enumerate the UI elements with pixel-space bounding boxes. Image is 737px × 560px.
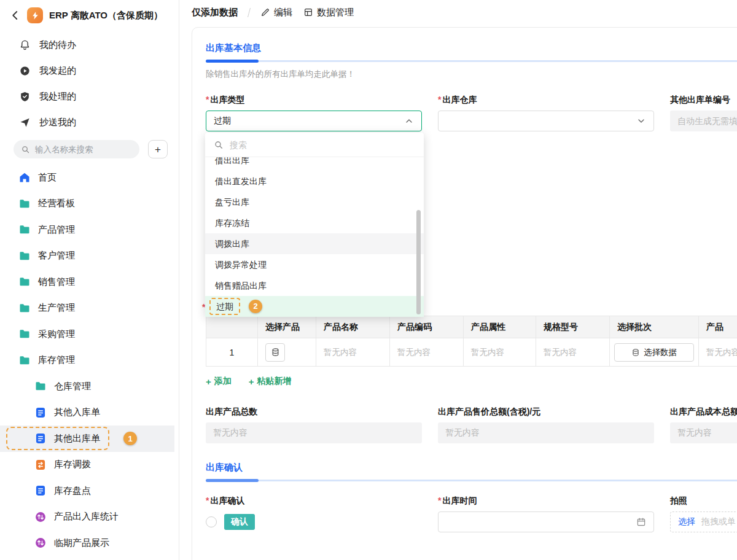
play-circle-icon — [18, 64, 31, 77]
stats-circle-icon — [34, 511, 47, 523]
select-product-button[interactable] — [265, 343, 285, 362]
quick-item-label: 抄送我的 — [39, 117, 76, 128]
sidebar-item-product-mgmt[interactable]: 产品管理 — [0, 217, 179, 243]
add-row-label: 添加 — [214, 376, 232, 387]
app-title: ERP 离散ATO（含保质期） — [49, 10, 163, 21]
dropdown-option[interactable]: 调拨出库 — [205, 233, 424, 254]
dropdown-option[interactable]: 盘亏出库 — [205, 192, 424, 212]
outbound-type-select[interactable]: 过期 借出出库 — [206, 111, 422, 131]
outbound-time-field: *出库时间 — [438, 496, 654, 532]
total-amount-field: 出库产品售价总额(含税)/元 暂无内容 — [438, 406, 654, 443]
sidebar-item-label: 客户管理 — [38, 250, 75, 262]
step-badge-1: 1 — [123, 432, 137, 445]
confirm-fields-row: *出库确认 确认 *出库时间 拍照 — [206, 496, 737, 532]
plus-icon: + — [155, 144, 161, 155]
quick-item-initiated[interactable]: 我发起的 — [0, 58, 179, 84]
sidebar-item-label: 产品出入库统计 — [54, 511, 119, 523]
quick-item-todo[interactable]: 我的待办 — [0, 32, 179, 58]
sidebar-item-production-mgmt[interactable]: 生产管理 — [0, 295, 179, 322]
order-no-label: 其他出库单编号 — [670, 95, 737, 106]
sidebar-item-label: 产品管理 — [38, 224, 75, 236]
warehouse-select[interactable] — [438, 111, 654, 131]
mode-label: 仅添加数据 — [192, 7, 238, 18]
sidebar-item-customer-mgmt[interactable]: 客户管理 — [0, 243, 179, 270]
quick-item-cc[interactable]: 抄送我的 — [0, 109, 179, 135]
scrollbar-thumb[interactable] — [416, 210, 421, 314]
sidebar-item-label: 销售管理 — [38, 276, 75, 288]
search-icon — [214, 140, 224, 150]
select-batch-button[interactable]: 选择数据 — [614, 343, 694, 362]
edit-button[interactable]: 编辑 — [260, 7, 292, 18]
section-note: 除销售出库外的所有出库单均走此单据！ — [206, 69, 737, 80]
dropdown-option[interactable]: 销售赠品出库 — [205, 275, 424, 296]
confirm-field: *出库确认 确认 — [206, 496, 422, 532]
document-icon — [34, 406, 47, 419]
grid-icon — [303, 7, 313, 17]
sidebar: ERP 离散ATO（含保质期） 我的待办 我发起的 我处理的 — [0, 0, 179, 560]
photo-upload[interactable]: 选择 拖拽或单 — [670, 511, 737, 532]
warehouse-label: 出库仓库 — [442, 95, 477, 104]
back-chevron-icon[interactable] — [10, 10, 21, 21]
app-logo-icon — [27, 7, 43, 23]
dropdown-option[interactable]: 借出出库 — [205, 157, 424, 171]
data-manage-button[interactable]: 数据管理 — [303, 7, 354, 18]
sidebar-item-purchase-mgmt[interactable]: 采购管理 — [0, 321, 179, 348]
sidebar-item-inout-stats[interactable]: 产品出入库统计 — [0, 504, 179, 531]
outbound-time-label: 出库时间 — [442, 496, 477, 505]
divider — [248, 8, 251, 17]
sidebar-item-home[interactable]: 首页 — [0, 165, 179, 191]
col-header: 选择产品 — [258, 316, 316, 338]
sidebar-item-inventory-transfer[interactable]: 库存调拨 — [0, 452, 179, 478]
dropdown-search[interactable] — [205, 133, 424, 157]
sidebar-search[interactable] — [14, 140, 139, 158]
sidebar-item-label: 临期产品展示 — [54, 537, 109, 549]
sidebar-item-warehouse-mgmt[interactable]: 仓库管理 — [0, 373, 179, 400]
sidebar-item-label: 经营看板 — [38, 198, 75, 209]
sidebar-item-near-expiry[interactable]: 临期产品展示 — [0, 530, 179, 556]
outbound-time-input[interactable] — [438, 511, 654, 532]
required-asterisk: * — [206, 496, 209, 505]
sidebar-item-other-inbound[interactable]: 其他入库单 — [0, 400, 179, 426]
dropdown-option[interactable]: 库存冻结 — [205, 212, 424, 233]
required-asterisk: * — [438, 496, 441, 505]
tutorial-highlight-box: 过期 — [209, 298, 240, 315]
sidebar-item-inventory-mgmt[interactable]: 库存管理 — [0, 348, 179, 374]
col-header: 规格型号 — [536, 316, 610, 338]
dropdown-option[interactable]: 调拨异常处理 — [205, 254, 424, 275]
sidebar-search-input[interactable] — [35, 145, 132, 154]
quick-item-processed[interactable]: 我处理的 — [0, 84, 179, 109]
sidebar-item-dashboard[interactable]: 经营看板 — [0, 191, 179, 217]
home-icon — [18, 171, 31, 184]
sidebar-item-sales-mgmt[interactable]: 销售管理 — [0, 269, 179, 295]
database-icon — [631, 348, 640, 357]
sidebar-search-row: + — [14, 140, 168, 158]
sidebar-header: ERP 离散ATO（含保质期） — [0, 0, 179, 28]
folder-icon — [18, 276, 31, 288]
dropdown-option-selected[interactable]: 过期 2 — [205, 296, 424, 317]
photo-label: 拍照 — [670, 496, 737, 507]
sidebar-item-other-outbound[interactable]: 其他出库单 1 — [0, 426, 174, 452]
confirm-radio[interactable] — [206, 516, 217, 527]
cell-product-name: 暂无内容 — [316, 338, 390, 367]
sidebar-item-label: 生产管理 — [38, 302, 75, 314]
cell-product-extra: 暂无内容 — [699, 338, 737, 367]
section-progress-bar — [206, 60, 737, 63]
upload-hint: 拖拽或单 — [701, 516, 736, 527]
dropdown-search-input[interactable] — [230, 140, 415, 150]
database-icon — [271, 348, 280, 357]
add-new-button[interactable]: + — [148, 140, 168, 158]
confirm-tag-button[interactable]: 确认 — [224, 514, 255, 530]
sidebar-item-label: 库存盘点 — [54, 485, 91, 497]
quick-item-label: 我发起的 — [39, 65, 76, 77]
section-progress-bar — [206, 479, 737, 482]
sidebar-item-stocktake[interactable]: 库存盘点 — [0, 478, 179, 504]
order-no-field: 其他出库单编号 — [670, 95, 737, 131]
send-plane-icon — [18, 116, 31, 128]
dropdown-option[interactable]: 借出直发出库 — [205, 171, 424, 192]
order-no-input[interactable] — [670, 111, 737, 131]
col-header: 产品 — [699, 316, 737, 338]
table-row: 1 暂无内容 暂无内容 暂无内容 暂无内容 — [206, 338, 737, 367]
paste-add-button[interactable]: + 粘贴新增 — [249, 376, 292, 387]
stats-circle-icon — [34, 537, 47, 549]
add-row-button[interactable]: + 添加 — [206, 376, 232, 387]
